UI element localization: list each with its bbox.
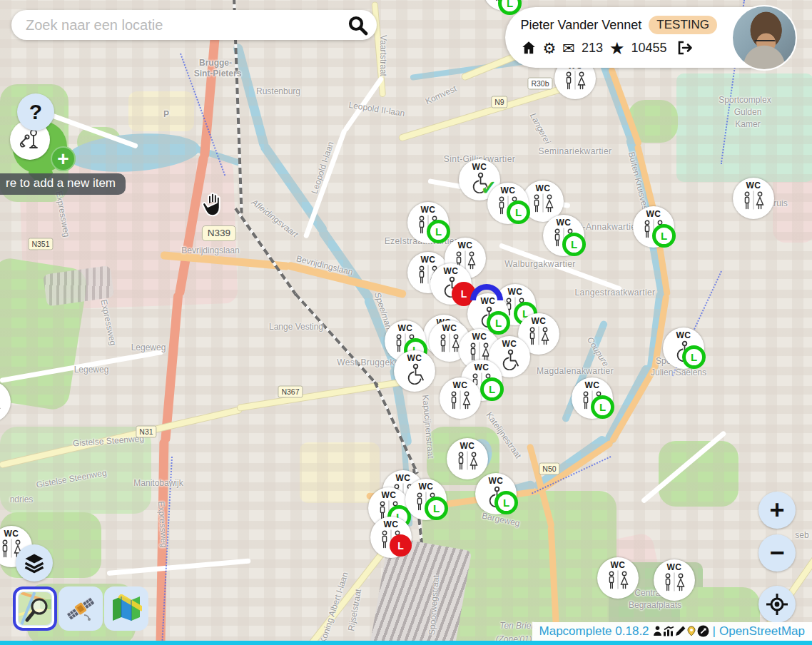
wc-label: WC <box>421 255 436 265</box>
background-option-map[interactable] <box>104 586 148 631</box>
background-option-satellite[interactable] <box>59 586 103 631</box>
geolocate-button[interactable] <box>758 586 796 623</box>
wc-label: WC <box>421 205 436 215</box>
wc-marker[interactable]: WC L <box>483 0 524 11</box>
wc-label: WC <box>419 482 434 492</box>
opening-hours-badge: L <box>507 200 530 224</box>
wc-label: WC <box>460 442 475 451</box>
wc-label: WC <box>472 332 487 342</box>
user-panel: Pieter Vander Vennet TESTING ⚙ ✉ 213 ★ 1… <box>505 7 788 68</box>
wc-marker[interactable]: WC L <box>663 327 704 369</box>
opening-hours-badge: L <box>425 497 448 520</box>
search-input[interactable] <box>24 16 347 34</box>
opening-hours-badge: L <box>494 491 518 514</box>
app-version: Mapcomplete 0.18.2 <box>539 624 649 639</box>
wc-marker[interactable]: WC <box>447 438 488 479</box>
osm-map-thumbnail <box>19 592 51 625</box>
help-button[interactable]: ? <box>17 93 54 131</box>
messages-icon[interactable]: ✉ <box>562 41 575 56</box>
wc-marker[interactable]: WC L <box>407 202 449 243</box>
add-item-tooltip: re to add a new item <box>0 173 126 195</box>
wc-marker[interactable]: WC <box>394 350 435 392</box>
wc-marker[interactable]: WC L <box>370 517 412 558</box>
messages-count: 213 <box>582 41 603 56</box>
wc-label: WC <box>407 354 422 363</box>
opening-hours-badge: L <box>487 311 510 335</box>
background-option-osm[interactable] <box>13 586 57 631</box>
add-plus-icon[interactable]: + <box>51 146 76 171</box>
opening-hours-badge: L <box>562 233 586 256</box>
wc-label: WC <box>536 184 551 193</box>
opening-hours-badge: L <box>591 395 614 419</box>
wc-marker[interactable]: WC L <box>475 473 517 514</box>
wc-marker[interactable]: WC <box>733 178 774 219</box>
star-icon: ★ <box>609 41 625 56</box>
testing-badge: TESTING <box>649 16 717 34</box>
contributor-icon <box>653 626 662 636</box>
wc-marker[interactable]: WC <box>597 557 639 599</box>
wc-label: WC <box>502 340 517 349</box>
mapcomplete-pin-icon <box>686 626 696 636</box>
layers-button[interactable] <box>16 544 53 581</box>
wc-label: WC <box>458 241 473 250</box>
selection-arc-marker <box>470 284 503 300</box>
markers-layer: WC LWC WC WC WC ✓WC WC LWC LWC <box>0 0 812 645</box>
wc-marker[interactable]: WC <box>440 377 481 419</box>
wc-marker[interactable]: WC L <box>633 206 674 248</box>
opening-hours-badge: L <box>427 220 450 243</box>
wc-label: WC <box>508 288 523 297</box>
osm-link[interactable]: OpenStreetMap <box>719 624 805 639</box>
hand-cursor-icon <box>201 191 226 221</box>
logout-icon[interactable] <box>676 40 694 56</box>
zoom-out-button[interactable]: − <box>758 534 796 572</box>
opening-hours-badge: L <box>652 224 676 248</box>
search-icon[interactable] <box>347 14 368 36</box>
wc-label: WC <box>396 474 411 483</box>
attribution-bar: Mapcomplete 0.18.2 | OpenStreetMap <box>532 622 812 641</box>
attribution-divider: | <box>713 624 716 639</box>
wc-label: WC <box>746 181 761 191</box>
wc-marker[interactable]: WC L <box>487 183 529 224</box>
edit-pencil-icon <box>675 626 686 636</box>
zoom-in-button[interactable]: + <box>758 492 796 529</box>
osm-logo-icon <box>697 625 709 637</box>
wc-label: WC <box>472 163 487 172</box>
wc-marker[interactable]: WC <box>0 381 11 422</box>
wc-label: WC <box>676 331 691 340</box>
wc-label: WC <box>532 317 547 326</box>
user-avatar[interactable] <box>731 5 797 71</box>
wc-label: WC <box>474 363 489 372</box>
wc-label: WC <box>382 491 397 500</box>
map-canvas[interactable]: PBrugge-Sint-PietersRustenburgVaartstraa… <box>0 0 812 645</box>
wc-label: WC <box>384 520 399 529</box>
wc-label: WC <box>667 563 682 572</box>
wc-marker[interactable]: WC L <box>572 377 613 419</box>
wc-label: WC <box>442 324 457 333</box>
wc-label: WC <box>453 381 468 390</box>
wc-label: WC <box>398 324 413 333</box>
opening-hours-badge: L <box>480 377 504 401</box>
attribution-icons <box>653 625 709 637</box>
settings-gear-icon[interactable]: ⚙ <box>543 41 557 56</box>
home-icon[interactable] <box>521 40 537 56</box>
wc-marker[interactable]: WC <box>654 559 695 601</box>
wc-label: WC <box>501 186 516 195</box>
wc-label: WC <box>611 561 626 570</box>
wc-marker[interactable]: WC L <box>405 479 447 520</box>
star-count: 10455 <box>631 41 667 56</box>
opening-hours-badge: L <box>390 534 412 557</box>
wc-label: WC <box>646 210 661 219</box>
wc-label: WC <box>585 381 600 390</box>
user-name: Pieter Vander Vennet <box>521 18 642 33</box>
statistics-icon <box>663 626 674 636</box>
wc-label: WC <box>444 267 459 276</box>
opening-hours-badge: L <box>682 345 706 369</box>
mapcomplete-app: PBrugge-Sint-PietersRustenburgVaartstraa… <box>0 0 812 645</box>
bottom-accent-strip <box>0 641 812 645</box>
wc-label: WC <box>557 218 572 228</box>
wc-label: WC <box>4 529 19 539</box>
wc-marker[interactable]: WC L <box>543 215 584 256</box>
search-bar <box>11 10 377 40</box>
background-chooser <box>13 586 148 631</box>
wc-label: WC <box>489 477 504 486</box>
